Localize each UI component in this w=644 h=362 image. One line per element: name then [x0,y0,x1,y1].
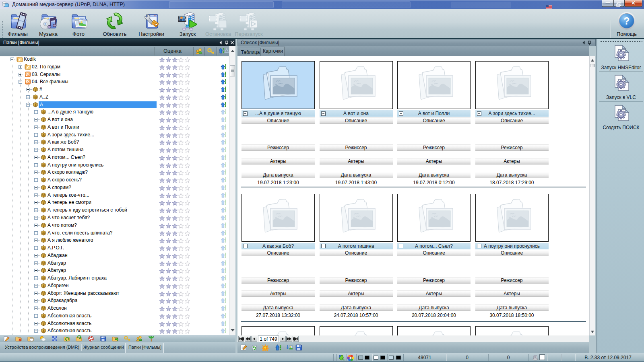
svg-text:?: ? [623,15,630,27]
